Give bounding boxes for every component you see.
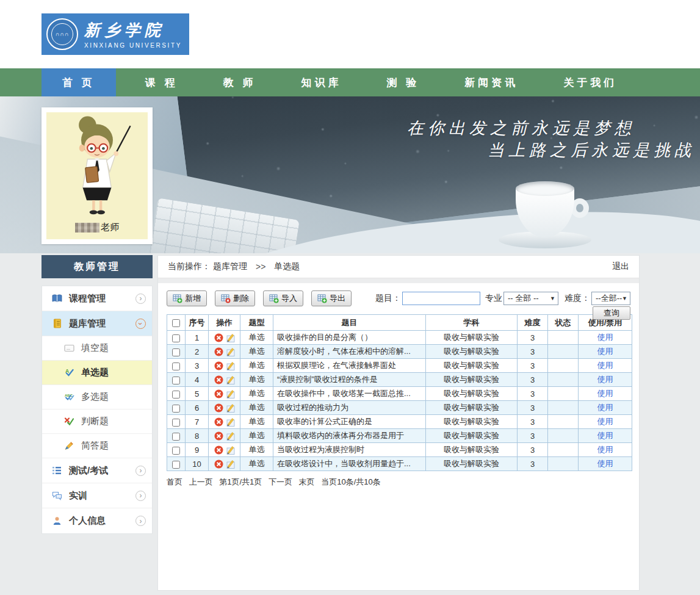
row-checkbox[interactable]	[172, 433, 180, 441]
difficulty-select[interactable]: --全部-- ▼	[591, 292, 630, 305]
edit-row-icon[interactable]	[225, 417, 235, 427]
row-subject: 吸收与解吸实验	[426, 359, 518, 373]
delete-row-icon[interactable]	[214, 431, 223, 441]
sidebar-item-label: 填空题	[81, 342, 146, 354]
use-link[interactable]: 使用	[597, 417, 613, 426]
select-arrow-icon: ▼	[622, 295, 627, 301]
use-link[interactable]: 使用	[597, 361, 613, 370]
nav-item-teachers[interactable]: 教 师	[207, 68, 272, 96]
import-button[interactable]: 导入	[263, 290, 303, 306]
sidebar-item-label: 测试/考试	[69, 465, 135, 477]
delete-button-label: 删除	[233, 293, 249, 304]
logo-title: 新乡学院	[84, 20, 182, 41]
sidebar-item-label: 单选题	[81, 367, 146, 378]
row-checkbox[interactable]	[172, 405, 180, 413]
sidebar-item-judgment[interactable]: 判断题	[42, 409, 152, 434]
row-difficulty: 3	[518, 345, 548, 359]
add-button[interactable]: 新增	[167, 290, 207, 306]
export-button[interactable]: 导出	[311, 290, 352, 306]
query-button[interactable]: 查询	[593, 306, 630, 320]
nav-item-home[interactable]: 首 页	[41, 68, 116, 96]
row-difficulty: 3	[518, 373, 548, 387]
delete-row-icon[interactable]	[214, 347, 223, 356]
delete-row-icon[interactable]	[214, 445, 223, 455]
row-subject: 吸收与解吸实验	[426, 331, 518, 345]
edit-row-icon[interactable]	[225, 347, 235, 356]
sidebar-item-label: 题库管理	[69, 318, 135, 330]
row-type: 单选	[240, 401, 273, 415]
pagination-last[interactable]: 末页	[299, 477, 315, 486]
delete-row-icon[interactable]	[214, 417, 223, 427]
use-link[interactable]: 使用	[597, 375, 613, 384]
use-link[interactable]: 使用	[597, 403, 613, 412]
add-button-label: 新增	[185, 293, 201, 304]
sidebar-menu: 课程管理 › 题库管理 › 填空题 A 单选题 ABC 多选题 判断题	[41, 286, 153, 534]
use-link[interactable]: 使用	[597, 389, 613, 398]
edit-row-icon[interactable]	[225, 403, 235, 413]
use-link[interactable]: 使用	[597, 459, 613, 468]
major-select[interactable]: -- 全部 -- ▼	[503, 292, 558, 305]
nav-item-news[interactable]: 新闻资讯	[449, 68, 534, 96]
row-checkbox[interactable]	[172, 362, 180, 370]
sidebar-item-label: 课程管理	[69, 293, 135, 305]
edit-row-icon[interactable]	[225, 445, 235, 455]
edit-row-icon[interactable]	[225, 361, 235, 370]
import-button-label: 导入	[281, 293, 297, 304]
logout-link[interactable]: 退出	[612, 261, 629, 272]
sidebar-item-multi-choice[interactable]: ABC 多选题	[42, 385, 152, 409]
use-link[interactable]: 使用	[597, 333, 613, 342]
delete-row-icon[interactable]	[214, 375, 223, 384]
row-checkbox[interactable]	[172, 447, 180, 455]
row-title: 吸收操作的目的是分离（）	[273, 331, 426, 345]
edit-row-icon[interactable]	[225, 389, 235, 398]
sidebar-item-short-answer[interactable]: 简答题	[42, 434, 152, 458]
nav-item-courses[interactable]: 课 程	[129, 68, 194, 96]
sidebar-item-fill-blank[interactable]: 填空题	[42, 336, 152, 361]
pagination-next[interactable]: 下一页	[269, 477, 292, 486]
row-checkbox[interactable]	[172, 391, 180, 398]
select-all-checkbox[interactable]	[172, 319, 180, 327]
delete-button[interactable]: 删除	[215, 290, 255, 306]
edit-row-icon[interactable]	[225, 459, 235, 469]
row-type: 单选	[240, 457, 273, 471]
delete-row-icon[interactable]	[214, 460, 223, 469]
pagination-first[interactable]: 首页	[167, 477, 182, 486]
sidebar-item-tests-exams[interactable]: 测试/考试 ›	[42, 458, 152, 483]
delete-row-icon[interactable]	[214, 403, 223, 413]
row-index: 10	[186, 457, 209, 471]
sidebar-item-single-choice[interactable]: A 单选题	[42, 361, 152, 385]
title-search-input[interactable]	[402, 292, 480, 305]
use-link[interactable]: 使用	[597, 347, 613, 356]
edit-row-icon[interactable]	[225, 333, 235, 342]
sidebar-item-question-bank[interactable]: 题库管理 ›	[42, 311, 152, 336]
sidebar-item-course-mgmt[interactable]: 课程管理 ›	[42, 286, 152, 311]
row-status	[548, 443, 579, 457]
title-filter-label: 题目：	[375, 293, 401, 304]
row-checkbox[interactable]	[172, 461, 180, 469]
nav-item-quiz[interactable]: 测 验	[370, 68, 435, 96]
row-checkbox[interactable]	[172, 348, 180, 356]
delete-row-icon[interactable]	[214, 389, 223, 398]
row-checkbox[interactable]	[172, 419, 180, 427]
row-checkbox[interactable]	[172, 334, 180, 342]
delete-row-icon[interactable]	[214, 333, 223, 342]
row-subject: 吸收与解吸实验	[426, 345, 518, 359]
sidebar-item-label: 实训	[69, 490, 135, 502]
edit-row-icon[interactable]	[225, 375, 235, 384]
edit-row-icon[interactable]	[225, 431, 235, 441]
nav-item-knowledge[interactable]: 知识库	[285, 68, 357, 96]
use-link[interactable]: 使用	[597, 431, 613, 440]
use-link[interactable]: 使用	[597, 445, 613, 454]
sidebar-item-personal-info[interactable]: 个人信息 ›	[42, 508, 152, 533]
nav-item-about[interactable]: 关于我们	[547, 68, 633, 96]
row-difficulty: 3	[518, 457, 548, 471]
breadcrumb-section[interactable]: 题库管理	[213, 261, 247, 272]
breadcrumb-current: 单选题	[274, 261, 300, 272]
delete-row-icon[interactable]	[214, 361, 223, 370]
row-status	[548, 457, 579, 471]
sidebar-item-training[interactable]: 实训 ›	[42, 483, 152, 508]
teacher-avatar	[57, 115, 137, 215]
row-checkbox[interactable]	[172, 377, 180, 384]
pagination-prev[interactable]: 上一页	[189, 477, 213, 486]
row-type: 单选	[240, 345, 273, 359]
